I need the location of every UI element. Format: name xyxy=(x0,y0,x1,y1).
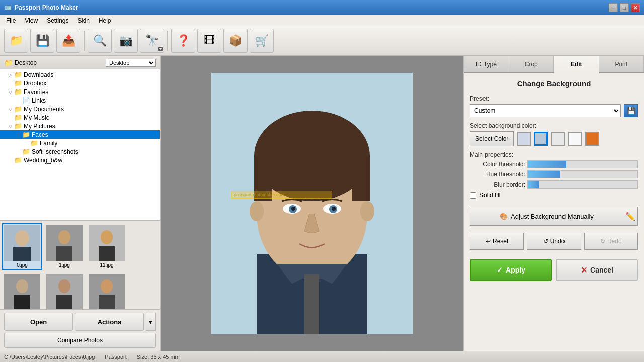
camera-btn[interactable]: 📷 xyxy=(114,29,138,53)
thumbnail-1[interactable]: 1.jpg xyxy=(44,223,85,270)
thumbnail-11[interactable]: 11.jpg xyxy=(87,223,127,270)
main-props-label: Main properties: xyxy=(470,151,638,158)
tree-label-mymusic: My Music xyxy=(24,114,49,121)
color-threshold-row: Color threshold: xyxy=(470,160,638,168)
blur-border-track[interactable] xyxy=(527,180,638,189)
left-panel: 📁 Desktop Desktop My Documents Computer … xyxy=(0,56,161,351)
tab-edit[interactable]: Edit xyxy=(554,56,599,73)
hue-threshold-track[interactable] xyxy=(527,170,638,178)
thumbnail-2[interactable]: 2.jpg xyxy=(87,272,127,309)
expand-icon-mydocs: ▽ xyxy=(6,107,14,112)
save-preset-button[interactable]: 💾 xyxy=(624,104,638,117)
color-swatch-3[interactable] xyxy=(568,132,582,146)
thumbnail-img-0 xyxy=(4,225,40,261)
bottom-row1: Open Actions ▾ xyxy=(4,313,156,331)
tree-node-favorites[interactable]: ▽ 📁 Favorites xyxy=(0,87,160,96)
thumbnail-2-2[interactable]: 2 (2).jpg xyxy=(2,272,42,309)
status-type: Passport xyxy=(105,354,126,360)
reset-icon: ↩ xyxy=(486,238,491,245)
close-button[interactable]: ✕ xyxy=(631,3,640,12)
thumbnail-label-0: 0.jpg xyxy=(17,262,28,268)
toolbar-separator-2 xyxy=(167,31,168,51)
reset-button[interactable]: ↩ Reset xyxy=(470,233,524,250)
thumbnail-2-4[interactable]: 2 (4).jpg xyxy=(44,272,85,309)
tree-node-links[interactable]: 📄 Links xyxy=(0,96,160,105)
adjust-background-button[interactable]: 🎨 Adjust Background Manually xyxy=(470,207,623,226)
thumbnail-img-2-4 xyxy=(46,274,83,309)
tree-node-mypictures[interactable]: ▽ 📁 My Pictures xyxy=(0,122,160,130)
color-swatch-2[interactable] xyxy=(551,132,565,146)
tab-print[interactable]: Print xyxy=(599,56,645,72)
panel-title: Change Background xyxy=(470,79,638,88)
open-folder-btn[interactable]: 📁 xyxy=(4,29,28,53)
pencil-tool-button[interactable]: ✏️ xyxy=(623,207,638,226)
thumbnail-0[interactable]: 0.jpg xyxy=(2,223,42,270)
film-btn[interactable]: 🎞 xyxy=(197,29,221,53)
tree-label-mydocs: My Documents xyxy=(24,106,64,113)
redo-button[interactable]: ↻ Redo xyxy=(584,233,638,250)
svg-rect-2 xyxy=(13,247,31,261)
tab-crop[interactable]: Crop xyxy=(509,56,554,72)
cart-btn[interactable]: 🛒 xyxy=(250,29,274,53)
svg-rect-14 xyxy=(56,295,72,309)
tab-id-type[interactable]: ID Type xyxy=(464,56,509,72)
adjust-bg-label: Adjust Background Manually xyxy=(511,213,594,220)
photo-container: passportphotomaker.com xyxy=(211,73,413,334)
menu-view[interactable]: View xyxy=(21,16,42,25)
tree-label-wedding: Wedding_b&w xyxy=(24,157,62,164)
tree-node-family[interactable]: 📁 Family xyxy=(0,139,160,147)
svg-point-30 xyxy=(291,207,295,211)
menu-settings[interactable]: Settings xyxy=(43,16,72,25)
thumbnail-img-1 xyxy=(46,225,83,261)
maximize-button[interactable]: □ xyxy=(620,3,629,12)
menu-skin[interactable]: Skin xyxy=(74,16,94,25)
save-btn[interactable]: 💾 xyxy=(30,29,54,53)
select-color-button[interactable]: Select Color xyxy=(470,131,514,146)
menu-file[interactable]: File xyxy=(2,16,20,25)
color-threshold-fill xyxy=(528,161,566,168)
main-content: 📁 Desktop Desktop My Documents Computer … xyxy=(0,56,644,351)
svg-rect-8 xyxy=(99,246,115,261)
svg-point-16 xyxy=(101,279,113,293)
tree-node-wedding[interactable]: 📁 Wedding_b&w xyxy=(0,156,160,164)
export-btn[interactable]: 📤 xyxy=(56,29,80,53)
upload-btn[interactable]: 📦 xyxy=(223,29,248,53)
tree-node-softscreens[interactable]: 📁 Soft_screenshots xyxy=(0,147,160,156)
minimize-button[interactable]: ─ xyxy=(609,3,618,12)
color-section: Select background color: Select Color xyxy=(470,122,638,146)
solid-fill-checkbox[interactable] xyxy=(470,192,476,199)
cancel-button[interactable]: ✕ Cancel xyxy=(556,259,638,281)
actions-dropdown-button[interactable]: ▾ xyxy=(146,313,156,331)
tree-node-dropbox[interactable]: 📁 Dropbox xyxy=(0,79,160,87)
tree-node-faces[interactable]: ▽ 📁 Faces xyxy=(0,130,160,139)
enhance-btn[interactable]: 🔭 ▾ xyxy=(140,29,164,53)
tree-node-downloads[interactable]: ▷ 📁 Downloads xyxy=(0,70,160,79)
tab-bar: ID Type Crop Edit Print xyxy=(464,56,644,73)
color-threshold-track[interactable] xyxy=(527,160,638,168)
color-swatch-0[interactable] xyxy=(517,132,531,146)
blur-border-label: Blur border: xyxy=(470,181,525,188)
tree-node-mydocs[interactable]: ▽ 📁 My Documents xyxy=(0,105,160,113)
tree-label-downloads: Downloads xyxy=(24,71,53,78)
status-size: Size: 35 x 45 mm xyxy=(137,354,180,360)
color-swatch-1[interactable] xyxy=(534,132,548,146)
tab-edit-label: Edit xyxy=(571,61,582,68)
preset-select[interactable]: Custom White Light Blue Gray Cream xyxy=(470,104,621,117)
help-btn[interactable]: ❓ xyxy=(171,29,195,53)
compare-photos-button[interactable]: Compare Photos xyxy=(4,333,156,348)
menu-help[interactable]: Help xyxy=(95,16,115,25)
color-swatch-4[interactable] xyxy=(585,132,599,146)
blur-border-fill xyxy=(528,181,539,188)
actions-button[interactable]: Actions xyxy=(75,313,144,331)
location-dropdown[interactable]: Desktop My Documents Computer xyxy=(106,59,156,67)
open-button[interactable]: Open xyxy=(4,313,73,331)
thumbnail-img-2 xyxy=(89,274,125,309)
bottom-actions: Open Actions ▾ Compare Photos xyxy=(0,309,160,351)
adjust-bg-row: 🎨 Adjust Background Manually ✏️ xyxy=(470,207,638,226)
undo-button[interactable]: ↺ Undo xyxy=(527,233,581,250)
desktop-folder-icon: 📁 xyxy=(4,59,13,67)
apply-button[interactable]: ✓ Apply xyxy=(470,259,552,281)
zoom-btn[interactable]: 🔍 xyxy=(88,29,112,53)
tree-node-mymusic[interactable]: 📁 My Music xyxy=(0,113,160,122)
menu-bar: File View Settings Skin Help xyxy=(0,15,644,26)
